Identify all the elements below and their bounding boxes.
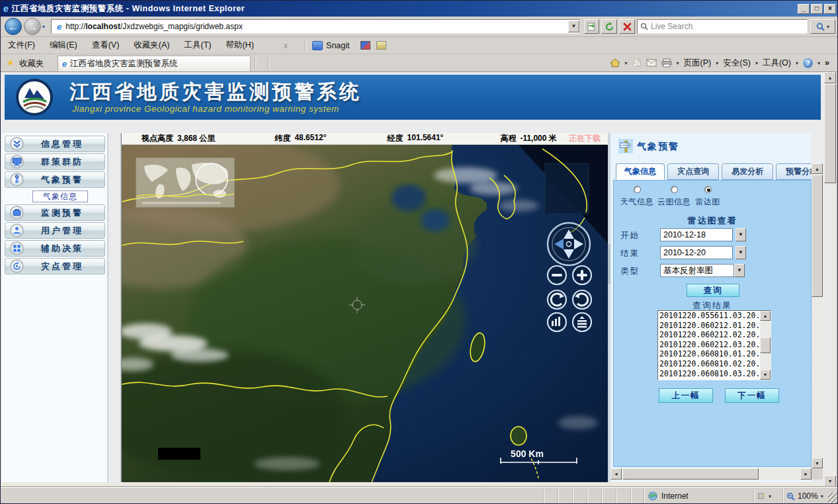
list-scroll-up[interactable]: ▲ [760, 311, 771, 321]
snagit-capture-icon[interactable] [360, 41, 370, 50]
list-item[interactable]: 20101220.060810.02.20. [658, 359, 759, 369]
resize-grip[interactable] [828, 493, 838, 503]
panel-vscrollbar[interactable]: ▲ ▼ [812, 163, 823, 468]
favorites-star-icon[interactable]: ★ [7, 58, 15, 67]
search-input[interactable]: Live Search [637, 19, 808, 34]
zoom-out-button[interactable] [548, 266, 566, 284]
page-menu[interactable]: 页面(P) [684, 58, 712, 69]
snagit-editor-icon[interactable] [376, 41, 386, 50]
tools-menu[interactable]: 工具(O) [763, 58, 791, 69]
protected-mode-indicator[interactable]: ▾ [753, 489, 781, 503]
print-icon[interactable] [661, 58, 672, 67]
url-dropdown-button[interactable]: ▼ [568, 21, 579, 32]
sidebar-item-info-management[interactable]: 信息管理 [5, 136, 105, 152]
overview-inset-map[interactable] [136, 158, 234, 207]
home-icon[interactable] [610, 58, 620, 67]
sidebar-item-group-prevention[interactable]: 群策群防 [5, 153, 105, 170]
panel-scroll-left[interactable]: ◄ [610, 468, 622, 480]
zoom-caret[interactable]: ▾ [821, 493, 823, 499]
query-button[interactable]: 查询 [687, 284, 739, 297]
page-vscroll-thumb[interactable] [824, 84, 836, 183]
menu-edit[interactable]: 编辑(E) [42, 38, 85, 53]
page-scroll-up[interactable]: ▲ [824, 72, 836, 83]
next-image-button[interactable]: 下一幅 [725, 388, 779, 403]
mail-icon[interactable] [646, 59, 657, 67]
page-vscrollbar[interactable]: ▲ ▼ [824, 72, 836, 487]
list-item[interactable]: 20101220.060212.02.20. [658, 330, 759, 340]
zoom-control[interactable]: 100% ▾ [782, 489, 826, 503]
safety-caret[interactable]: ▾ [755, 60, 758, 66]
protected-mode-caret[interactable]: ▾ [769, 493, 771, 499]
radio-group-weather[interactable]: 天气信息 [619, 186, 655, 208]
page-scroll-down[interactable]: ▼ [824, 476, 836, 487]
refresh-button[interactable] [601, 19, 617, 34]
list-scroll-down[interactable]: ▼ [760, 370, 771, 380]
close-button[interactable]: × [824, 4, 836, 14]
search-options-caret[interactable]: ▾ [827, 24, 829, 30]
list-item[interactable]: 20101220.060212.03.20. [658, 340, 759, 350]
maximize-button[interactable]: □ [811, 4, 823, 14]
compatibility-button[interactable] [584, 19, 599, 34]
list-item[interactable]: 20101220.060810.03.20. [658, 369, 759, 379]
more-commands-chevron[interactable]: » [825, 58, 829, 67]
minimize-button[interactable]: _ [798, 4, 810, 14]
snagit-label[interactable]: Snagit [326, 41, 349, 50]
safety-menu[interactable]: 安全(S) [723, 58, 751, 69]
sidebar-item-user-management[interactable]: 用户管理 [5, 222, 105, 239]
list-scroll-thumb[interactable] [760, 337, 771, 353]
end-date-dropdown[interactable]: ▼ [735, 246, 746, 259]
tools-caret[interactable]: ▾ [796, 60, 798, 66]
previous-image-button[interactable]: 上一幅 [659, 388, 713, 403]
tilt-up-button[interactable] [548, 313, 566, 331]
panel-scroll-right[interactable]: ► [800, 468, 812, 480]
toolbar-close-x[interactable]: x [261, 41, 305, 50]
globe-map[interactable]: 500 Km [122, 145, 608, 482]
forward-button[interactable]: → [24, 18, 41, 35]
panel-scroll-up[interactable]: ▲ [812, 163, 823, 174]
panel-hscroll-thumb[interactable] [622, 468, 759, 480]
type-value[interactable]: 基本反射率图 [660, 264, 734, 277]
end-date-value[interactable]: 2010-12-20 [660, 246, 733, 259]
panel-scroll-down[interactable]: ▼ [812, 458, 823, 468]
menu-favorites[interactable]: 收藏夹(A) [126, 38, 177, 53]
tab-susceptibility-analysis[interactable]: 易发分析 [722, 163, 773, 180]
zoom-in-button[interactable] [573, 266, 591, 284]
tab-hazard-query[interactable]: 灾点查询 [667, 163, 719, 180]
radio-radar-image[interactable] [704, 186, 712, 193]
map-viewport[interactable]: 视点高度3,868 公里 纬度48.6512° 经度101.5641° 高程-1… [121, 133, 608, 482]
list-item[interactable]: 20101220.060212.01.20. [658, 321, 759, 331]
radio-cloud-image[interactable] [671, 186, 678, 193]
menu-help[interactable]: 帮助(H) [218, 38, 261, 53]
menu-view[interactable]: 查看(V) [85, 38, 127, 53]
pan-compass-control[interactable] [548, 223, 590, 265]
print-caret[interactable]: ▾ [677, 60, 679, 66]
help-caret[interactable]: ▾ [817, 60, 820, 66]
radio-group-cloud[interactable]: 云图信息 [656, 186, 692, 208]
page-tab[interactable]: e 江西省地质灾害监测预警系统 [58, 56, 251, 71]
panel-hscrollbar[interactable]: ◄ ► [610, 468, 812, 480]
favorites-label[interactable]: 收藏夹 [19, 58, 44, 69]
url-field[interactable]: e http://localhost/Jxdzwebgis_mapgis/gri… [51, 19, 580, 34]
list-item[interactable]: 20101220.060810.01.20. [658, 349, 759, 359]
menu-tools[interactable]: 工具(T) [177, 38, 218, 53]
sidebar-subitem-weather-info[interactable]: 气象信息 [32, 190, 88, 202]
radio-weather-info[interactable] [634, 186, 641, 193]
rotate-right-button[interactable] [573, 290, 591, 309]
rotate-left-button[interactable] [548, 290, 566, 309]
start-date-dropdown[interactable]: ▼ [735, 228, 746, 241]
home-caret[interactable]: ▾ [625, 60, 628, 66]
type-dropdown[interactable]: ▼ [734, 264, 745, 277]
back-button[interactable]: ← [5, 18, 22, 35]
stop-button[interactable] [619, 19, 635, 34]
panel-vscroll-thumb[interactable] [812, 175, 823, 297]
list-item[interactable]: 20101220.055611.03.20. [658, 311, 759, 321]
tab-warning-analysis[interactable]: 预警分析 [776, 163, 812, 180]
sidebar-item-monitor-warning[interactable]: 监测预警 [5, 204, 105, 221]
menu-file[interactable]: 文件(F) [1, 38, 42, 53]
tilt-down-button[interactable] [573, 313, 591, 331]
sidebar-item-decision-support[interactable]: 辅助决策 [5, 240, 105, 257]
history-dropdown[interactable]: ▾ [42, 24, 45, 30]
start-date-value[interactable]: 2010-12-18 [660, 228, 733, 241]
search-go-button[interactable]: ▾ [810, 19, 835, 34]
radio-group-radar[interactable]: 雷达图 [693, 186, 722, 208]
